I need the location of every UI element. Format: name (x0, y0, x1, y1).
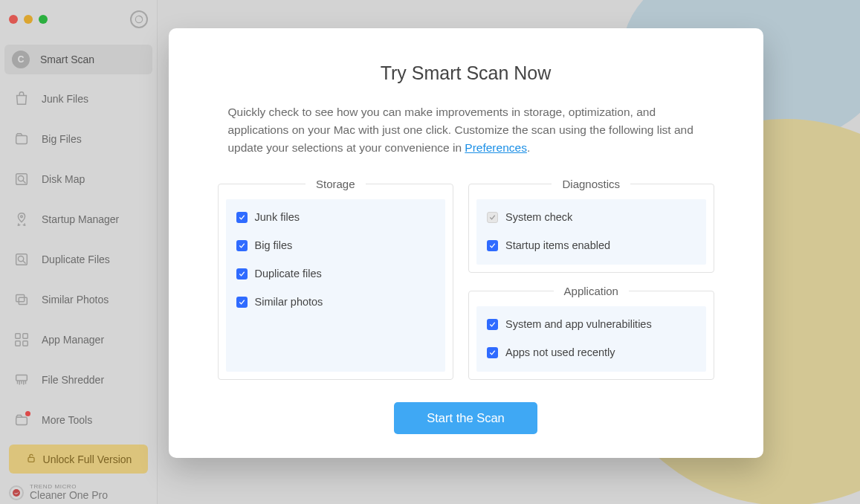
option-unused-apps[interactable]: Apps not used recently (487, 346, 695, 358)
group-application-legend: Application (554, 285, 629, 297)
scan-groups: Storage Junk files Big files Duplicate f… (218, 178, 714, 380)
option-junk-files[interactable]: Junk files (236, 211, 436, 223)
option-label: Duplicate files (255, 268, 322, 280)
option-system-check[interactable]: System check (487, 211, 695, 223)
option-label: Similar photos (255, 296, 323, 308)
start-scan-button[interactable]: Start the Scan (394, 402, 537, 434)
option-label: System and app vulnerabilities (505, 318, 652, 330)
checkbox-checked-icon (236, 268, 248, 280)
group-storage-legend: Storage (305, 178, 366, 190)
smart-scan-modal: Try Smart Scan Now Quickly check to see … (169, 28, 763, 458)
option-similar-photos[interactable]: Similar photos (236, 296, 436, 308)
option-label: Big files (255, 239, 293, 251)
checkbox-checked-icon (487, 319, 498, 330)
option-duplicate-files[interactable]: Duplicate files (236, 268, 436, 280)
option-label: Apps not used recently (505, 346, 615, 358)
group-diagnostics-legend: Diagnostics (552, 178, 630, 190)
option-startup-items[interactable]: Startup items enabled (487, 239, 695, 251)
group-application: Application System and app vulnerabiliti… (468, 285, 714, 380)
modal-title: Try Smart Scan Now (218, 62, 714, 84)
checkbox-checked-icon (236, 212, 248, 223)
checkbox-checked-icon (236, 297, 248, 308)
option-label: Startup items enabled (505, 239, 610, 251)
group-diagnostics: Diagnostics System check Startup items e… (468, 178, 714, 273)
preferences-link[interactable]: Preferences (465, 141, 527, 154)
option-label: Junk files (255, 211, 300, 223)
option-label: System check (505, 211, 572, 223)
option-big-files[interactable]: Big files (236, 239, 436, 251)
option-vulnerabilities[interactable]: System and app vulnerabilities (487, 318, 695, 330)
checkbox-checked-icon (487, 240, 498, 251)
checkbox-checked-icon (236, 240, 248, 251)
group-storage: Storage Junk files Big files Duplicate f… (218, 178, 454, 380)
checkbox-disabled-icon (487, 212, 498, 223)
modal-description: Quickly check to see how you can make im… (228, 103, 704, 157)
checkbox-checked-icon (487, 347, 498, 358)
